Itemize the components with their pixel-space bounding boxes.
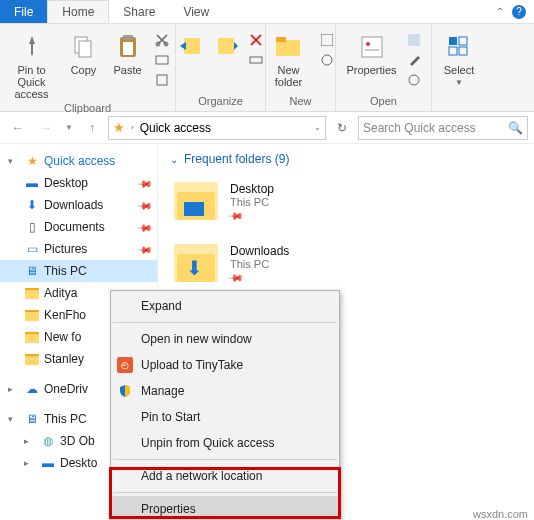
ctx-open-new-window[interactable]: Open in new window xyxy=(111,326,339,352)
sidebar-item-documents[interactable]: ▯Documents📌 xyxy=(0,216,157,238)
ctx-expand[interactable]: Expand xyxy=(111,293,339,319)
folder-icon xyxy=(24,307,40,323)
up-button[interactable]: ↑ xyxy=(80,116,104,140)
open-group-label: Open xyxy=(370,95,397,109)
svg-rect-1 xyxy=(79,41,91,57)
delete-icon[interactable] xyxy=(248,32,264,48)
download-arrow-icon: ⬇ xyxy=(186,256,203,280)
edit-icon[interactable] xyxy=(406,52,422,68)
ctx-properties[interactable]: Properties xyxy=(111,496,339,520)
new-folder-button[interactable]: New folder xyxy=(265,30,313,90)
ctx-manage[interactable]: Manage xyxy=(111,378,339,404)
svg-rect-7 xyxy=(156,56,168,64)
tab-share[interactable]: Share xyxy=(109,0,169,23)
desktop-icon: ▬ xyxy=(40,455,56,471)
ctx-pin-to-start[interactable]: Pin to Start xyxy=(111,404,339,430)
search-icon: 🔍 xyxy=(508,121,523,135)
chevron-right-icon[interactable]: ▸ xyxy=(8,384,20,394)
context-menu: Expand Open in new window ◴Upload to Tin… xyxy=(110,290,340,520)
open-icon[interactable] xyxy=(406,32,422,48)
search-placeholder: Search Quick access xyxy=(363,121,476,135)
svg-rect-16 xyxy=(408,34,420,46)
sidebar-quick-access[interactable]: ▾ ★ Quick access xyxy=(0,150,157,172)
refresh-button[interactable]: ↻ xyxy=(330,116,354,140)
address-text: Quick access xyxy=(140,121,211,135)
new-group-label: New xyxy=(289,95,311,109)
folder-item-downloads[interactable]: ⬇ Downloads This PC 📌 xyxy=(162,240,530,288)
copy-path-icon[interactable] xyxy=(154,52,170,68)
documents-icon: ▯ xyxy=(24,219,40,235)
svg-rect-11 xyxy=(276,37,286,42)
svg-rect-12 xyxy=(321,34,333,46)
watermark: wsxdn.com xyxy=(473,508,528,520)
shield-icon xyxy=(117,383,133,399)
copy-to-button[interactable] xyxy=(212,32,240,60)
pin-to-quick-access-button[interactable]: Pin to Quick access xyxy=(4,30,60,102)
rename-icon[interactable] xyxy=(248,52,264,68)
svg-rect-9 xyxy=(250,57,262,63)
tab-bar: File Home Share View ⌃ ? xyxy=(0,0,534,24)
frequent-folders-header[interactable]: ⌄ Frequent folders (9) xyxy=(162,152,530,166)
sidebar-item-desktop[interactable]: ▬Desktop📌 xyxy=(0,172,157,194)
ctx-add-network-location[interactable]: Add a network location xyxy=(111,463,339,489)
pc-icon: 🖥 xyxy=(24,263,40,279)
easy-access-icon[interactable] xyxy=(319,52,335,68)
clipboard-group-label: Clipboard xyxy=(64,102,111,116)
star-icon: ★ xyxy=(24,153,40,169)
pin-icon: 📌 xyxy=(228,269,244,285)
svg-rect-4 xyxy=(123,42,133,55)
onedrive-icon: ☁ xyxy=(24,381,40,397)
forward-button: → xyxy=(34,116,58,140)
help-icon[interactable]: ? xyxy=(512,5,526,19)
chevron-right-icon[interactable]: ▸ xyxy=(24,458,36,468)
address-input[interactable]: ★ › Quick access ⌄ xyxy=(108,116,326,140)
address-dropdown-icon[interactable]: ⌄ xyxy=(314,123,321,132)
folder-icon xyxy=(24,329,40,345)
ribbon: Pin to Quick access Copy Paste Clipboard xyxy=(0,24,534,112)
svg-point-15 xyxy=(366,42,370,46)
desktop-icon: ▬ xyxy=(24,175,40,191)
folder-icon xyxy=(24,285,40,301)
pin-icon: 📌 xyxy=(137,241,153,257)
quick-access-star-icon: ★ xyxy=(113,120,125,135)
svg-rect-8 xyxy=(157,75,167,85)
paste-button[interactable]: Paste xyxy=(108,30,148,78)
recent-locations-button[interactable]: ▼ xyxy=(62,116,76,140)
chevron-down-icon: ⌄ xyxy=(170,154,178,165)
address-bar: ← → ▼ ↑ ★ › Quick access ⌄ ↻ Search Quic… xyxy=(0,112,534,144)
svg-rect-18 xyxy=(449,37,457,45)
folder-item-desktop[interactable]: Desktop This PC 📌 xyxy=(162,178,530,226)
svg-rect-14 xyxy=(362,37,382,57)
pin-icon: 📌 xyxy=(137,219,153,235)
ctx-unpin-quick-access[interactable]: Unpin from Quick access xyxy=(111,430,339,456)
folder-icon xyxy=(24,351,40,367)
sidebar-item-downloads[interactable]: ⬇Downloads📌 xyxy=(0,194,157,216)
move-to-button[interactable] xyxy=(178,32,206,60)
properties-button[interactable]: Properties xyxy=(344,30,400,78)
chevron-down-icon[interactable]: ▾ xyxy=(8,156,20,166)
search-input[interactable]: Search Quick access 🔍 xyxy=(358,116,528,140)
tab-file[interactable]: File xyxy=(0,0,47,23)
sidebar-item-pictures[interactable]: ▭Pictures📌 xyxy=(0,238,157,260)
svg-point-13 xyxy=(322,55,332,65)
svg-rect-3 xyxy=(123,35,133,40)
back-button[interactable]: ← xyxy=(6,116,30,140)
tab-home[interactable]: Home xyxy=(47,0,109,23)
copy-button[interactable]: Copy xyxy=(64,30,104,78)
pin-icon: 📌 xyxy=(137,175,153,191)
cut-icon[interactable] xyxy=(154,32,170,48)
tinytake-icon: ◴ xyxy=(117,357,133,373)
select-button[interactable]: Select ▼ xyxy=(438,30,480,89)
new-item-icon[interactable] xyxy=(319,32,335,48)
chevron-right-icon[interactable]: ▸ xyxy=(24,436,36,446)
svg-rect-10 xyxy=(276,40,300,56)
ctx-upload-tinytake[interactable]: ◴Upload to TinyTake xyxy=(111,352,339,378)
paste-shortcut-icon[interactable] xyxy=(154,72,170,88)
sidebar-item-this-pc-pinned[interactable]: 🖥This PC xyxy=(0,260,157,282)
chevron-down-icon[interactable]: ▾ xyxy=(8,414,20,424)
organize-group-label: Organize xyxy=(198,95,243,109)
tab-view[interactable]: View xyxy=(169,0,223,23)
history-icon[interactable] xyxy=(406,72,422,88)
minimize-ribbon-icon[interactable]: ⌃ xyxy=(496,6,504,17)
downloads-icon: ⬇ xyxy=(24,197,40,213)
